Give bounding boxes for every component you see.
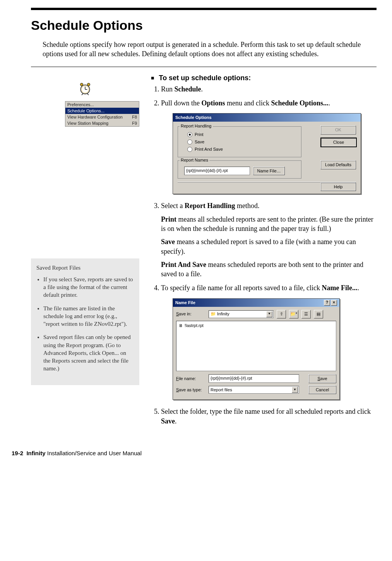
list-view-icon[interactable]: ☰	[301, 310, 311, 318]
sidebar-item: The file names are listed in the schedul…	[43, 305, 134, 328]
step-2: Pull down the Options menu and click Sch…	[161, 98, 377, 194]
dialog-title: Schedule Options	[175, 115, 212, 120]
saveas-combo[interactable]: Report files▼	[209, 386, 299, 394]
page-footer: 19-2 Infinity Installation/Service and U…	[12, 450, 377, 456]
save-in-label: Save in:	[176, 311, 205, 317]
schedule-options-dialog: Schedule Options Report Handling Print S…	[173, 113, 361, 194]
svg-point-5	[87, 83, 90, 86]
close-button[interactable]: Close	[320, 138, 357, 147]
menu-item[interactable]: View Hardware ConfigurationF8	[65, 114, 139, 120]
separator	[31, 67, 377, 67]
name-file-dialog: Name File ? × Save in: 📁 Infinity▼	[173, 298, 340, 400]
menu-item[interactable]: View Station MappingF9	[65, 120, 139, 126]
header-rule	[31, 8, 377, 10]
load-defaults-button[interactable]: Load Defaults	[320, 160, 356, 169]
up-folder-icon[interactable]: ⇧	[277, 310, 286, 318]
step-4: To specify a file name for all reports s…	[161, 283, 377, 400]
file-list[interactable]: 🗎!lastrpt.rpt	[176, 321, 336, 371]
filename-field[interactable]: {rpt}{mmm}{dd}-{#}.rpt	[209, 374, 299, 383]
filename-label: File name:	[176, 376, 205, 382]
svg-line-6	[82, 93, 83, 95]
radio-save[interactable]: Save	[187, 139, 298, 145]
saveas-label: Save as type:	[176, 387, 205, 393]
sidebar-title: Saved Report Files	[36, 264, 134, 272]
clock-icon	[78, 82, 92, 96]
sidebar-item: If you select Save, reports are saved to…	[43, 275, 134, 299]
help-button[interactable]: Help	[320, 182, 356, 191]
close-titlebar-button[interactable]: ×	[331, 300, 337, 306]
new-folder-icon[interactable]: 📁*	[289, 310, 298, 318]
menu-item[interactable]: Preferences...	[65, 102, 139, 108]
sidebar-note: Saved Report Files If you select Save, r…	[31, 258, 139, 385]
radio-print-and-save[interactable]: Print And Save	[187, 146, 298, 152]
page-title: Schedule Options	[31, 18, 377, 33]
save-button[interactable]: Save	[308, 374, 336, 383]
dialog-title: Name File	[175, 300, 195, 306]
step-3: Select a Report Handling method. Print m…	[161, 201, 377, 279]
details-view-icon[interactable]: ▤	[314, 310, 323, 318]
sidebar-item: Saved report files can only be opened us…	[43, 333, 134, 372]
group-report-handling: Report Handling	[180, 123, 213, 129]
file-icon: 🗎	[179, 323, 183, 329]
name-file-button[interactable]: Name File…	[253, 167, 285, 176]
report-name-field[interactable]: {rpt}{mmm}{dd}-{#}.rpt	[184, 167, 250, 175]
ok-button[interactable]: OK	[320, 126, 356, 134]
svg-line-7	[87, 93, 89, 95]
intro-paragraph: Schedule options specify how report outp…	[43, 40, 377, 59]
page-number: 19-2	[12, 450, 23, 456]
options-menu: Preferences... Schedule Options... View …	[65, 101, 139, 127]
save-in-combo[interactable]: 📁 Infinity▼	[209, 310, 274, 318]
group-report-names: Report Names	[180, 157, 209, 163]
step-1: Run Schedule.	[161, 84, 377, 94]
radio-print[interactable]: Print	[187, 132, 298, 138]
svg-point-4	[80, 83, 83, 86]
help-titlebar-button[interactable]: ?	[324, 300, 330, 306]
step-5: Select the folder, type the file name us…	[161, 407, 377, 426]
cancel-button[interactable]: Cancel	[308, 385, 336, 394]
file-item[interactable]: 🗎!lastrpt.rpt	[179, 323, 334, 329]
menu-item-selected[interactable]: Schedule Options...	[65, 108, 139, 114]
procedure-heading: To set up schedule options:	[151, 74, 377, 82]
